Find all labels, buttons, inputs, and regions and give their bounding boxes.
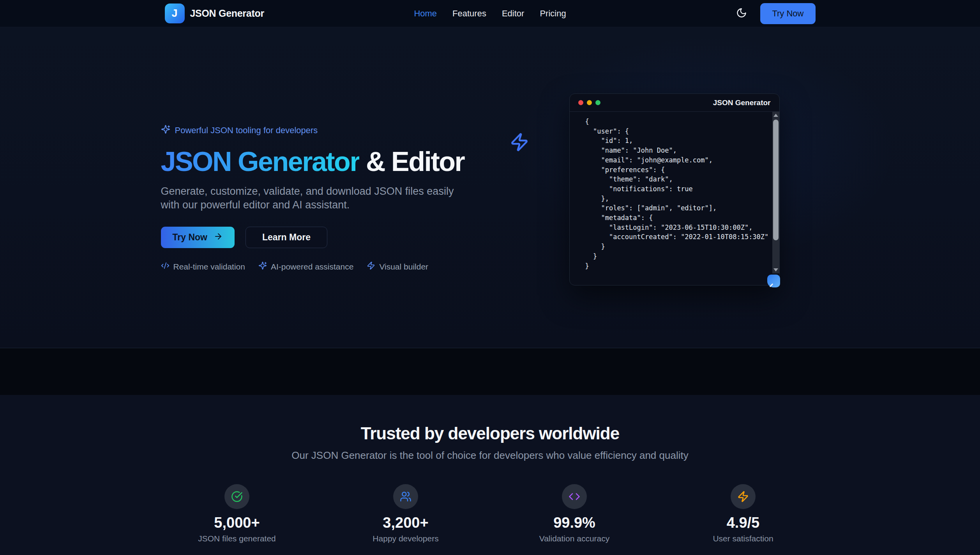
nav-link-pricing[interactable]: Pricing	[540, 9, 566, 19]
code-scrollbar[interactable]	[772, 112, 779, 273]
hero-cta-row: Try Now Learn More	[161, 227, 496, 248]
nav-links: Home Features Editor Pricing	[414, 9, 566, 19]
code-area: { "user": { "id": 1, "name": "John Doe",…	[570, 112, 779, 285]
scrollbar-thumb[interactable]	[773, 120, 779, 240]
trusted-subtitle: Our JSON Generator is the tool of choice…	[0, 449, 980, 462]
page: J JSON Generator Home Features Editor Pr…	[0, 0, 980, 555]
stat-user-satisfaction: 4.9/5 User satisfaction	[659, 484, 828, 543]
code-brackets-icon	[562, 484, 587, 509]
zap-decoration-icon	[510, 132, 529, 154]
stats-grid: 5,000+ JSON files generated 3,200+ Happy…	[0, 484, 980, 543]
navbar: J JSON Generator Home Features Editor Pr…	[0, 0, 980, 27]
moon-icon	[736, 7, 747, 19]
navbar-inner: J JSON Generator Home Features Editor Pr…	[165, 0, 816, 27]
check-circle-icon	[224, 484, 249, 509]
stat-label: Happy developers	[373, 534, 438, 543]
theme-toggle-button[interactable]	[734, 6, 749, 21]
hero-title: JSON Generator & Editor	[161, 146, 496, 177]
divider-band	[0, 348, 980, 395]
navbar-try-now-button[interactable]: Try Now	[760, 3, 815, 24]
json-code-content: { "user": { "id": 1, "name": "John Doe",…	[570, 112, 779, 271]
nav-right: Try Now	[734, 3, 815, 24]
nav-link-features[interactable]: Features	[452, 9, 486, 19]
hero-title-gradient: JSON Generator	[161, 146, 360, 177]
hero-section: Powerful JSON tooling for developers JSO…	[0, 27, 980, 348]
stat-value: 99.9%	[553, 514, 595, 531]
hero-try-now-button[interactable]: Try Now	[161, 227, 235, 248]
code-window-title: JSON Generator	[713, 99, 771, 107]
brand[interactable]: J JSON Generator	[165, 4, 264, 23]
stat-value: 4.9/5	[727, 514, 760, 531]
stat-label: User satisfaction	[713, 534, 773, 543]
stat-label: Validation accuracy	[539, 534, 610, 543]
scrollbar-up-arrow-icon[interactable]	[773, 114, 778, 117]
window-close-dot	[578, 100, 583, 105]
feature-label: Visual builder	[379, 262, 428, 271]
feature-label: Real-time validation	[173, 262, 245, 271]
stat-validation-accuracy: 99.9% Validation accuracy	[490, 484, 659, 543]
learn-more-button[interactable]: Learn More	[245, 227, 327, 248]
trusted-section: Trusted by developers worldwide Our JSON…	[0, 395, 980, 555]
hero-title-rest: & Editor	[366, 146, 464, 177]
hero-badge: Powerful JSON tooling for developers	[161, 125, 496, 136]
zap-icon	[731, 484, 756, 509]
code-icon	[161, 261, 170, 272]
hero-badge-text: Powerful JSON tooling for developers	[175, 125, 318, 136]
logo-letter: J	[171, 7, 177, 19]
stat-json-files: 5,000+ JSON files generated	[153, 484, 321, 543]
corner-page-badge	[767, 275, 780, 287]
code-window-titlebar: JSON Generator	[570, 94, 779, 112]
scrollbar-down-arrow-icon[interactable]	[773, 268, 778, 271]
window-dots	[578, 100, 600, 105]
logo-j-badge: J	[165, 4, 185, 23]
zap-icon	[367, 261, 375, 272]
nav-link-editor[interactable]: Editor	[502, 9, 524, 19]
feature-realtime-validation: Real-time validation	[161, 261, 245, 272]
feature-visual-builder: Visual builder	[367, 261, 428, 272]
stat-happy-developers: 3,200+ Happy developers	[321, 484, 490, 543]
hero-content: Powerful JSON tooling for developers JSO…	[161, 125, 496, 272]
stat-value: 3,200+	[383, 514, 428, 531]
hero-feature-list: Real-time validation AI-powered assistan…	[161, 261, 496, 272]
stat-value: 5,000+	[214, 514, 260, 531]
code-window: JSON Generator { "user": { "id": 1, "nam…	[569, 93, 780, 285]
window-minimize-dot	[587, 100, 592, 105]
feature-label: AI-powered assistance	[271, 262, 353, 271]
users-icon	[393, 484, 418, 509]
window-maximize-dot	[595, 100, 600, 105]
hero-subtitle: Generate, customize, validate, and downl…	[161, 185, 461, 212]
brand-name: JSON Generator	[190, 8, 264, 19]
nav-link-home[interactable]: Home	[414, 9, 437, 19]
feature-ai-assistance: AI-powered assistance	[258, 261, 353, 272]
stat-label: JSON files generated	[198, 534, 276, 543]
arrow-right-icon	[214, 232, 223, 243]
hero-inner: Powerful JSON tooling for developers JSO…	[165, 27, 816, 348]
trusted-title: Trusted by developers worldwide	[0, 424, 980, 443]
sparkles-icon	[258, 261, 267, 272]
hero-try-now-label: Try Now	[173, 232, 207, 243]
sparkles-icon	[161, 125, 170, 136]
